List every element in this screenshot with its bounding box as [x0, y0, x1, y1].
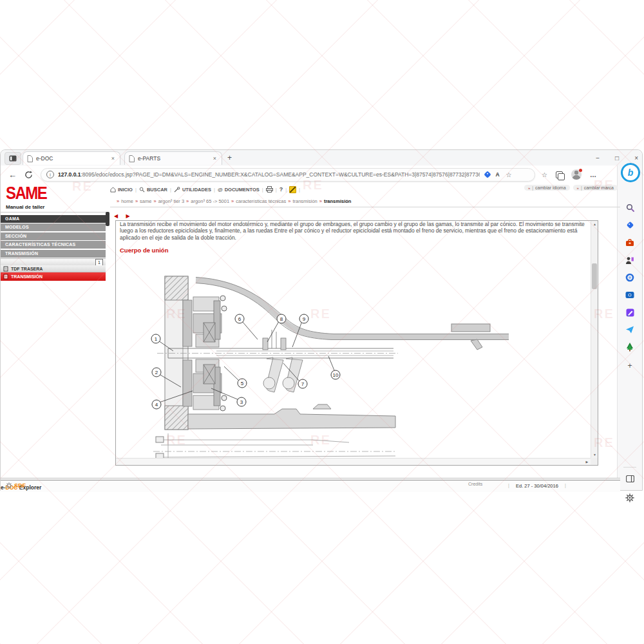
sidebar-designer-icon[interactable]	[625, 307, 635, 317]
sidebar-panel-icon[interactable]	[625, 473, 635, 484]
tab-close-icon[interactable]: ×	[212, 155, 218, 162]
nav-inicio[interactable]: INICIO	[110, 187, 133, 193]
document-icon	[3, 266, 8, 272]
breadcrumb-model[interactable]: argon³ tier 3	[158, 198, 184, 204]
close-button[interactable]: ×	[634, 155, 638, 162]
sidebar-item-caracteristicas[interactable]: CARACTERÍSTICAS TÉCNICAS	[1, 241, 106, 249]
breadcrumb: » home » same » argon³ tier 3 » argon³ 6…	[110, 195, 620, 207]
change-brand-label: cambiar marca	[584, 185, 614, 190]
callout-7: 7	[301, 381, 305, 387]
sidebar-m365-icon[interactable]	[625, 255, 635, 265]
breadcrumb-same[interactable]: same	[140, 198, 151, 204]
breadcrumb-section[interactable]: características técnicas	[236, 198, 286, 204]
callout-6: 6	[238, 316, 242, 322]
callout-10: 10	[333, 372, 339, 378]
scroll-right-arrow[interactable]: ▶	[583, 459, 591, 465]
sidebar-item-seccion[interactable]: SECCIÓN	[1, 232, 106, 240]
tab-eparts[interactable]: e-PARTS ×	[124, 151, 222, 165]
sidebar-shopping-icon[interactable]	[625, 220, 635, 230]
change-language-label: cambiar idioma	[535, 185, 565, 190]
nav-utilidades[interactable]: UTILIDADES	[174, 187, 211, 193]
doc-item-tdf-trasera[interactable]: TDF TRASERA	[1, 265, 106, 272]
bing-chat-icon[interactable]: b	[621, 163, 640, 182]
maximize-button[interactable]: □	[615, 155, 619, 162]
back-button[interactable]: ←	[8, 170, 17, 180]
document-heading: Cuerpo de unión	[120, 247, 598, 254]
switch-buttons: » | cambiar idioma » | cambiar marca	[524, 185, 618, 191]
sdf-gear-icon	[6, 482, 12, 489]
new-tab-button[interactable]: +	[227, 153, 232, 162]
nav-label: INICIO	[118, 187, 133, 193]
next-page-arrow[interactable]: ▶	[126, 213, 133, 219]
breadcrumb-group[interactable]: transmisión	[292, 198, 317, 204]
site-info-icon[interactable]: i	[46, 171, 54, 178]
nav-separator: |	[276, 187, 277, 193]
change-brand-button[interactable]: » | cambiar marca	[573, 185, 618, 191]
doc-item-label: TDF TRASERA	[11, 267, 43, 271]
sidebar-item-gama[interactable]: GAMA	[1, 215, 106, 223]
prev-page-arrow[interactable]: ◀	[114, 213, 121, 219]
credits-link[interactable]: Credits	[468, 482, 482, 486]
at-icon: @	[218, 187, 223, 193]
doc-item-transmision-active[interactable]: TRANSMISIÓN	[1, 272, 106, 281]
sidebar-loop-icon[interactable]	[625, 272, 635, 283]
scroll-down-arrow[interactable]: ▼	[591, 451, 598, 458]
footer-divider: |	[508, 483, 509, 488]
collections-icon[interactable]	[556, 171, 563, 178]
favorites-icon[interactable]: ☆	[542, 171, 547, 178]
add-favorite-star-icon[interactable]: ☆	[506, 171, 512, 178]
scrollbar-thumb[interactable]	[592, 263, 597, 289]
workspaces-icon	[9, 155, 17, 162]
screenshot-canvas: { "watermark": { "text": "RE" }, "browse…	[0, 0, 644, 644]
sidebar-collapse-handle[interactable]	[106, 212, 109, 226]
sidebar-item-modelos[interactable]: MODELOS	[1, 223, 106, 231]
nav-separator: |	[214, 187, 215, 193]
sidebar-menu: GAMA MODELOS SECCIÓN CARACTERÍSTICAS TÉC…	[1, 215, 106, 258]
callout-8: 8	[280, 316, 283, 322]
nav-label: BUSCAR	[147, 187, 167, 193]
notes-icon[interactable]	[289, 186, 296, 193]
tab-close-icon[interactable]: ×	[110, 155, 116, 162]
nav-documentos[interactable]: @ DOCUMENTOS	[218, 187, 260, 193]
horizontal-scrollbar[interactable]: ▶	[116, 458, 591, 465]
url-bar[interactable]: i 127.0.0.1 :8095/edoc/edocs.jsp?PAGE_ID…	[41, 168, 535, 182]
scroll-up-arrow[interactable]: ▲	[591, 221, 598, 227]
toolbar-buttons: ☆ …	[542, 169, 597, 180]
shopping-tag-icon[interactable]	[484, 171, 491, 178]
nav-separator: |	[262, 187, 263, 193]
tab-actions-button[interactable]	[5, 152, 21, 165]
arrow-icon: »	[577, 186, 579, 190]
arrow-icon: »	[528, 186, 530, 190]
tab-edoc[interactable]: e-DOC ×	[23, 151, 120, 165]
vertical-scrollbar[interactable]: ▲ ▼	[591, 221, 598, 458]
change-language-button[interactable]: » | cambiar idioma	[524, 185, 570, 191]
sidebar-capture-icon[interactable]	[625, 290, 635, 300]
breadcrumb-sep: »	[117, 198, 119, 204]
breadcrumb-sep: »	[319, 198, 322, 204]
sidebar-tools-icon[interactable]	[625, 238, 635, 248]
profile-avatar[interactable]	[571, 169, 582, 180]
minimize-button[interactable]: −	[596, 155, 600, 162]
sidebar-search-icon[interactable]	[625, 202, 635, 213]
url-host: 127.0.0.1	[58, 171, 80, 178]
nav-label: DOCUMENTOS	[225, 187, 260, 193]
sidebar-tree-icon[interactable]	[625, 342, 635, 352]
refresh-button[interactable]	[24, 171, 33, 179]
sidebar-item-transmision[interactable]: TRANSMISIÓN	[1, 250, 106, 258]
sdf-label: SDF	[14, 482, 26, 489]
sidebar-settings-gear-icon[interactable]	[625, 493, 635, 503]
read-aloud-icon[interactable]: A	[495, 171, 499, 178]
edge-sidebar: b +	[617, 166, 642, 490]
sidebar-drop-icon[interactable]	[625, 325, 635, 335]
settings-more-icon[interactable]: …	[590, 171, 597, 178]
callout-9: 9	[303, 316, 306, 322]
print-icon[interactable]	[266, 186, 273, 193]
breadcrumb-serial[interactable]: argon³ 65 -> 5001	[191, 198, 229, 204]
sidebar-add-icon[interactable]: +	[625, 361, 635, 371]
nav-buscar[interactable]: BUSCAR	[139, 187, 167, 193]
nav-label: UTILIDADES	[182, 187, 211, 193]
help-icon[interactable]: ?	[279, 186, 283, 193]
breadcrumb-home[interactable]: home	[121, 198, 133, 204]
divider: |	[581, 185, 582, 190]
divider: |	[532, 185, 533, 190]
